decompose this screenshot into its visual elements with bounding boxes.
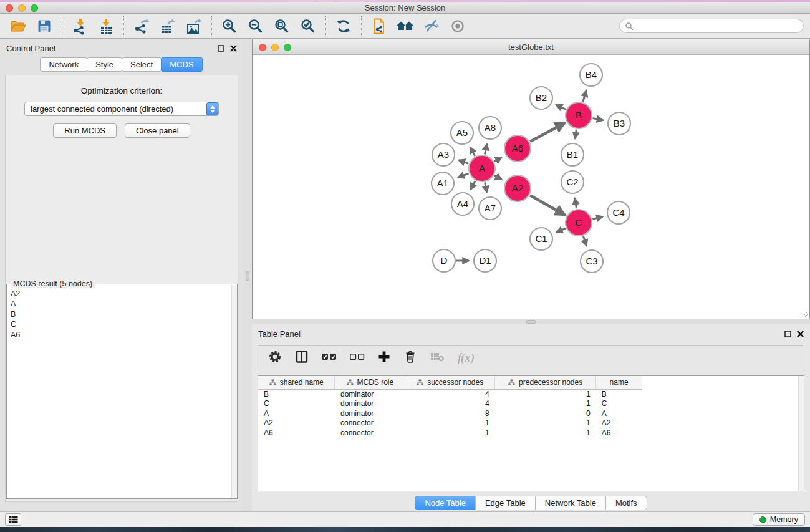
zoom-in-icon[interactable]	[218, 16, 241, 36]
minimize-network-button[interactable]	[271, 44, 279, 51]
show-eye-icon[interactable]	[446, 16, 470, 36]
save-session-icon[interactable]	[32, 16, 56, 36]
select-all-columns-icon[interactable]	[321, 351, 337, 365]
graph-edge-A-A1[interactable]	[458, 173, 468, 178]
delete-table-icon[interactable]	[430, 351, 446, 365]
tab-select[interactable]: Select	[122, 57, 162, 72]
table-row[interactable]: A2connector11A2	[258, 418, 804, 428]
minimize-window-button[interactable]	[18, 4, 26, 12]
result-item[interactable]: A6	[11, 330, 233, 340]
table-cell[interactable]: C	[596, 399, 642, 409]
graph-node-A6[interactable]: A6	[504, 135, 531, 162]
graph-edge-A-A8[interactable]	[485, 144, 487, 155]
tab-edge-table[interactable]: Edge Table	[475, 496, 536, 510]
table-cell[interactable]: 4	[405, 399, 495, 409]
vertical-splitter[interactable]	[243, 39, 252, 511]
result-item[interactable]: A2	[11, 289, 233, 299]
table-row[interactable]: A6connector11A6	[258, 428, 804, 438]
graph-node-C3[interactable]: C3	[581, 250, 603, 273]
splitter-handle[interactable]	[526, 320, 536, 324]
resize-grip-icon[interactable]	[801, 310, 809, 318]
table-cell[interactable]: dominator	[335, 409, 405, 419]
home-icon[interactable]	[393, 16, 417, 36]
zoom-selected-icon[interactable]	[296, 16, 320, 36]
close-panel-icon[interactable]	[230, 45, 237, 52]
graph-edge-A-A4[interactable]	[470, 181, 475, 190]
table-cell[interactable]: A	[596, 409, 642, 419]
float-panel-icon[interactable]	[784, 331, 791, 337]
table-cell[interactable]: 8	[405, 409, 495, 419]
graph-node-A8[interactable]: A8	[479, 117, 501, 139]
graph-edge-C-C1[interactable]	[556, 228, 566, 233]
table-cell[interactable]: A6	[596, 428, 642, 438]
close-window-button[interactable]	[6, 4, 13, 12]
table-cell[interactable]: connector	[335, 418, 405, 428]
import-table-icon[interactable]	[94, 16, 118, 36]
select-stepper-icon[interactable]	[206, 102, 218, 115]
delete-column-trash-icon[interactable]	[403, 349, 418, 367]
zoom-window-button[interactable]	[31, 4, 38, 12]
graph-edge-C-C2[interactable]	[575, 198, 577, 209]
table-cell[interactable]: A2	[596, 418, 642, 428]
graph-node-C2[interactable]: C2	[561, 171, 584, 193]
table-cell[interactable]: B	[258, 389, 335, 399]
graph-edge-C-C3[interactable]	[583, 236, 586, 246]
graph-edge-C-C4[interactable]	[592, 216, 603, 219]
table-cell[interactable]: 1	[495, 399, 596, 409]
graph-edge-B-B4[interactable]	[583, 90, 587, 102]
graph-edge-A-A6[interactable]	[494, 157, 502, 162]
table-scrollbar[interactable]	[798, 376, 804, 491]
table-row[interactable]: Bdominator41B	[258, 389, 804, 399]
export-table-icon[interactable]	[156, 16, 180, 36]
horizontal-splitter[interactable]	[252, 319, 810, 324]
graph-node-A3[interactable]: A3	[432, 143, 455, 166]
tab-network-table[interactable]: Network Table	[535, 496, 606, 510]
network-canvas[interactable]: AA1A2A3A4A5A6A7A8BB1B2B3B4CC1C2C3C4DD1	[253, 55, 809, 319]
table-cell[interactable]: dominator	[335, 389, 405, 399]
table-row[interactable]: Cdominator41C	[258, 399, 804, 409]
tab-network[interactable]: Network	[40, 57, 87, 72]
function-builder-icon[interactable]: f(x)	[458, 351, 474, 365]
zoom-out-icon[interactable]	[244, 16, 268, 36]
table-cell[interactable]: 0	[495, 409, 596, 419]
graph-node-A1[interactable]: A1	[432, 172, 454, 195]
graph-edge-A-A5[interactable]	[470, 147, 475, 156]
splitter-handle[interactable]	[246, 271, 249, 281]
create-column-plus-icon[interactable]	[377, 350, 391, 366]
close-panel-icon[interactable]	[797, 331, 804, 337]
column-header-shared-name[interactable]: shared name	[258, 376, 335, 389]
tab-mcds[interactable]: MCDS	[161, 57, 202, 72]
table-row[interactable]: Adominator80A	[258, 409, 804, 419]
graph-node-C4[interactable]: C4	[607, 201, 630, 224]
table-cell[interactable]: 1	[495, 428, 596, 438]
table-cell[interactable]: 1	[495, 418, 596, 428]
graph-edge-B-B2[interactable]	[556, 105, 566, 109]
network-graph[interactable]: AA1A2A3A4A5A6A7A8BB1B2B3B4CC1C2C3C4DD1	[253, 55, 809, 319]
table-cell[interactable]: A	[258, 409, 335, 419]
column-header-predecessor-nodes[interactable]: predecessor nodes	[495, 376, 596, 389]
export-image-icon[interactable]	[182, 16, 206, 36]
graph-edge-B-B3[interactable]	[593, 118, 604, 120]
export-network-icon[interactable]	[130, 16, 153, 36]
graph-node-A2[interactable]: A2	[504, 175, 531, 201]
graph-node-B3[interactable]: B3	[608, 112, 630, 135]
graph-node-C[interactable]: C	[566, 210, 592, 236]
float-panel-icon[interactable]	[218, 45, 224, 52]
result-item[interactable]: B	[11, 309, 233, 319]
tab-motifs[interactable]: Motifs	[605, 496, 647, 510]
search-box[interactable]	[619, 19, 804, 33]
table-cell[interactable]: 1	[405, 428, 495, 438]
graph-edge-B-B1[interactable]	[575, 130, 576, 139]
column-header-name[interactable]: name	[596, 376, 642, 389]
graph-edge-A-A7[interactable]	[485, 183, 487, 193]
column-header-successor-nodes[interactable]: successor nodes	[405, 376, 495, 389]
open-session-file-icon[interactable]	[367, 16, 391, 36]
run-mcds-button[interactable]: Run MCDS	[53, 123, 117, 138]
graph-node-A5[interactable]: A5	[451, 122, 473, 144]
unselect-all-columns-icon[interactable]	[349, 351, 365, 365]
refresh-layout-icon[interactable]	[332, 16, 355, 36]
memory-button[interactable]: Memory	[753, 513, 805, 526]
tab-node-table[interactable]: Node Table	[415, 496, 476, 510]
graph-node-B1[interactable]: B1	[561, 143, 584, 166]
result-item[interactable]: C	[11, 319, 233, 329]
